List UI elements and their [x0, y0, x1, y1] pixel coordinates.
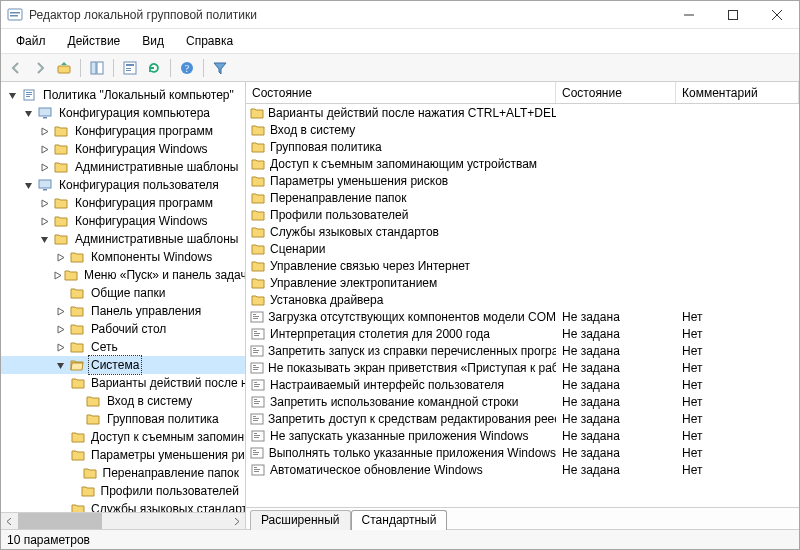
tree-cu-programs[interactable]: Конфигурация программ — [1, 194, 245, 212]
list-item-setting[interactable]: Запретить использование командной строки… — [246, 393, 799, 410]
chevron-right-icon[interactable] — [37, 214, 51, 228]
chevron-right-icon[interactable] — [53, 268, 62, 282]
refresh-button[interactable] — [143, 57, 165, 79]
list-item-folder[interactable]: Доступ к съемным запоминающим устройства… — [246, 155, 799, 172]
tree-start-menu[interactable]: Меню «Пуск» и панель задач — [1, 266, 245, 284]
maximize-button[interactable] — [711, 1, 755, 29]
close-button[interactable] — [755, 1, 799, 29]
properties-button[interactable] — [119, 57, 141, 79]
tree-desktop[interactable]: Рабочий стол — [1, 320, 245, 338]
tree-label: Вход в систему — [105, 392, 194, 410]
help-button[interactable]: ? — [176, 57, 198, 79]
column-header-state[interactable]: Состояние — [556, 82, 676, 103]
forward-button[interactable] — [29, 57, 51, 79]
chevron-right-icon[interactable] — [53, 340, 67, 354]
folder-icon — [85, 394, 101, 408]
list-item-setting[interactable]: Загрузка отсутствующих компонентов модел… — [246, 308, 799, 325]
list-item-setting[interactable]: Интерпретация столетия для 2000 годаНе з… — [246, 325, 799, 342]
svg-rect-27 — [253, 318, 258, 319]
tree-sys-ctrlaltdel[interactable]: Варианты действий после на — [1, 374, 245, 392]
list-item-setting[interactable]: Не показывать экран приветствия «Приступ… — [246, 359, 799, 376]
tree-cc-windows[interactable]: Конфигурация Windows — [1, 140, 245, 158]
list-item-folder[interactable]: Управление электропитанием — [246, 274, 799, 291]
svg-rect-51 — [253, 420, 258, 421]
chevron-right-icon[interactable] — [37, 124, 51, 138]
back-button[interactable] — [5, 57, 27, 79]
list-item-comment: Нет — [676, 309, 799, 325]
tree-network[interactable]: Сеть — [1, 338, 245, 356]
tree-user-config[interactable]: Конфигурация пользователя — [1, 176, 245, 194]
chevron-down-icon[interactable] — [53, 358, 67, 372]
chevron-right-icon[interactable] — [53, 322, 67, 336]
chevron-right-icon[interactable] — [53, 250, 67, 264]
list-item-state: Не задана — [556, 326, 676, 342]
tree-cu-windows[interactable]: Конфигурация Windows — [1, 212, 245, 230]
scroll-thumb[interactable] — [18, 513, 102, 529]
menu-action[interactable]: Действие — [59, 31, 130, 51]
list-item-folder[interactable]: Управление связью через Интернет — [246, 257, 799, 274]
tree-control-panel[interactable]: Панель управления — [1, 302, 245, 320]
up-button[interactable] — [53, 57, 75, 79]
scroll-left-icon[interactable] — [1, 513, 18, 529]
list-item-folder[interactable]: Варианты действий после нажатия CTRL+ALT… — [246, 104, 799, 121]
tab-standard[interactable]: Стандартный — [351, 510, 448, 530]
menu-help[interactable]: Справка — [177, 31, 242, 51]
tree-components-windows[interactable]: Компоненты Windows — [1, 248, 245, 266]
column-header-comment[interactable]: Комментарий — [676, 82, 799, 103]
tree-sys-logon[interactable]: Вход в систему — [1, 392, 245, 410]
tree-horiz-scrollbar[interactable] — [1, 512, 245, 529]
list-item-folder[interactable]: Параметры уменьшения рисков — [246, 172, 799, 189]
minimize-button[interactable] — [667, 1, 711, 29]
list-item-folder[interactable]: Профили пользователей — [246, 206, 799, 223]
chevron-right-icon[interactable] — [37, 142, 51, 156]
list-item-folder[interactable]: Вход в систему — [246, 121, 799, 138]
tree-computer-config[interactable]: Конфигурация компьютера — [1, 104, 245, 122]
chevron-right-icon[interactable] — [37, 160, 51, 174]
chevron-right-icon[interactable] — [53, 304, 67, 318]
tree-sys-lang[interactable]: Службы языковых стандарто — [1, 500, 245, 512]
list-item-comment: Нет — [676, 445, 799, 461]
svg-rect-9 — [126, 64, 134, 66]
tree-cc-admin-templates[interactable]: Административные шаблоны — [1, 158, 245, 176]
list-item-folder[interactable]: Перенаправление папок — [246, 189, 799, 206]
column-header-name[interactable]: Состояние — [246, 82, 556, 103]
tree-sys-mitigation[interactable]: Параметры уменьшения ри — [1, 446, 245, 464]
chevron-down-icon[interactable] — [37, 232, 51, 246]
list-item-setting[interactable]: Выполнять только указанные приложения Wi… — [246, 444, 799, 461]
tree-root[interactable]: Политика "Локальный компьютер" — [1, 86, 245, 104]
scroll-right-icon[interactable] — [228, 513, 245, 529]
tree-sys-profiles[interactable]: Профили пользователей — [1, 482, 245, 500]
list-view[interactable]: Варианты действий после нажатия CTRL+ALT… — [246, 104, 799, 507]
list-item-folder[interactable]: Сценарии — [246, 240, 799, 257]
tree-label: Конфигурация пользователя — [57, 176, 221, 194]
tree-sys-removable[interactable]: Доступ к съемным запомин — [1, 428, 245, 446]
tree-scroll[interactable]: Политика "Локальный компьютер"Конфигурац… — [1, 82, 245, 512]
tree-shared-folders[interactable]: Общие папки — [1, 284, 245, 302]
tree-cc-programs[interactable]: Конфигурация программ — [1, 122, 245, 140]
tree-sys-group-policy[interactable]: Групповая политика — [1, 410, 245, 428]
list-item-setting[interactable]: Запретить доступ к средствам редактирова… — [246, 410, 799, 427]
list-item-comment: Нет — [676, 360, 799, 376]
tree-label: Рабочий стол — [89, 320, 168, 338]
tree-cu-admin-templates[interactable]: Административные шаблоны — [1, 230, 245, 248]
chevron-down-icon[interactable] — [21, 178, 35, 192]
tree-spacer — [69, 466, 81, 480]
list-item-folder[interactable]: Установка драйвера — [246, 291, 799, 308]
list-item-setting[interactable]: Автоматическое обновление WindowsНе зада… — [246, 461, 799, 478]
chevron-down-icon[interactable] — [5, 88, 19, 102]
chevron-right-icon[interactable] — [37, 196, 51, 210]
list-item-folder[interactable]: Групповая политика — [246, 138, 799, 155]
svg-rect-16 — [26, 94, 32, 95]
tree-sys-folder-redir[interactable]: Перенаправление папок — [1, 464, 245, 482]
chevron-down-icon[interactable] — [21, 106, 35, 120]
filter-button[interactable] — [209, 57, 231, 79]
show-hide-tree-button[interactable] — [86, 57, 108, 79]
tab-extended[interactable]: Расширенный — [250, 510, 351, 530]
tree-system[interactable]: Система — [1, 356, 245, 374]
list-item-setting[interactable]: Настраиваемый интерфейс пользователяНе з… — [246, 376, 799, 393]
menu-file[interactable]: Файл — [7, 31, 55, 51]
menu-view[interactable]: Вид — [133, 31, 173, 51]
list-item-folder[interactable]: Службы языковых стандартов — [246, 223, 799, 240]
list-item-setting[interactable]: Не запускать указанные приложения Window… — [246, 427, 799, 444]
list-item-setting[interactable]: Запретить запуск из справки перечисленны… — [246, 342, 799, 359]
